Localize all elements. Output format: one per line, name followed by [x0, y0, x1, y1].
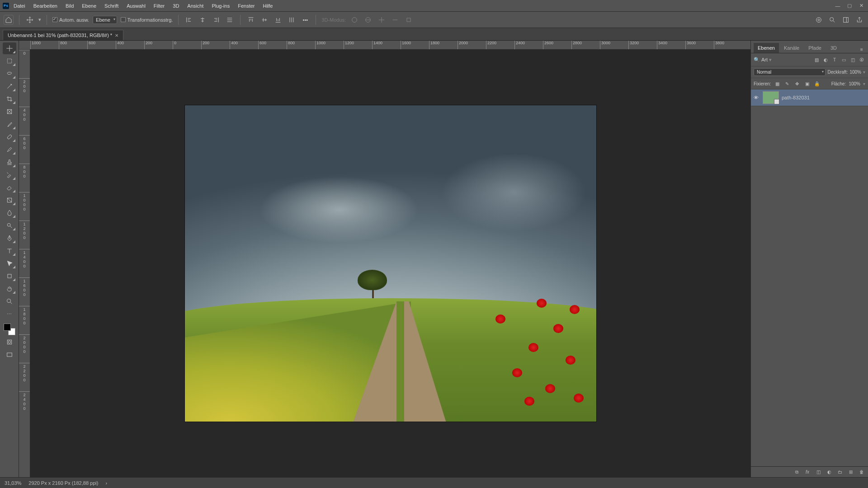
stamp-tool[interactable] [3, 156, 16, 168]
menu-schrift[interactable]: Schrift [101, 1, 122, 10]
fill-value[interactable]: 100% [849, 81, 860, 86]
blend-mode-dropdown[interactable]: Normal [754, 68, 826, 76]
distribute-h-icon[interactable] [225, 15, 235, 25]
filter-adjust-icon[interactable]: ◐ [822, 56, 829, 63]
tab-ebenen[interactable]: Ebenen [754, 43, 779, 53]
document-tab-close-icon[interactable]: ✕ [115, 33, 118, 38]
gradient-tool[interactable] [3, 194, 16, 206]
magic-wand-tool[interactable] [3, 80, 16, 92]
crop-tool[interactable] [3, 93, 16, 105]
menu-bild[interactable]: Bild [62, 1, 77, 10]
more-align-icon[interactable]: ••• [300, 15, 310, 25]
edit-toolbar-icon[interactable]: ⋯ [3, 308, 16, 320]
eraser-tool[interactable] [3, 182, 16, 193]
align-bottom-icon[interactable] [273, 15, 283, 25]
tab-pfade[interactable]: Pfade [804, 43, 826, 53]
svg-rect-6 [844, 17, 849, 22]
zoom-tool[interactable] [3, 296, 16, 307]
menu-3d[interactable]: 3D [169, 1, 183, 10]
quick-mask-icon[interactable] [3, 336, 16, 348]
marquee-tool[interactable] [3, 55, 16, 67]
menu-fenster[interactable]: Fenster [234, 1, 258, 10]
zoom-level[interactable]: 31,03% [5, 480, 21, 486]
color-swatches[interactable] [4, 324, 15, 335]
minimize-icon[interactable]: — [834, 2, 842, 10]
auto-select-target-dropdown[interactable]: Ebene [93, 16, 117, 24]
move-tool-icon[interactable] [25, 15, 35, 25]
lock-artboard-icon[interactable]: ▣ [803, 80, 811, 87]
align-top-icon[interactable] [246, 15, 256, 25]
document-dimensions[interactable]: 2920 Px x 2160 Px (182,88 ppi) [28, 480, 98, 486]
frame-tool[interactable] [3, 106, 16, 117]
align-left-icon[interactable] [184, 15, 194, 25]
align-right-icon[interactable] [211, 15, 221, 25]
auto-select-checkbox[interactable]: Autom. ausw. [52, 17, 89, 23]
layer-fx-icon[interactable]: fx [804, 469, 811, 476]
status-more-icon[interactable]: › [105, 480, 107, 486]
move-tool[interactable] [3, 42, 16, 54]
history-brush-tool[interactable] [3, 169, 16, 181]
search-icon[interactable] [827, 15, 837, 25]
lock-position-icon[interactable]: ✥ [793, 80, 801, 87]
pen-tool[interactable] [3, 232, 16, 244]
new-layer-icon[interactable]: ⊞ [847, 469, 854, 476]
type-tool[interactable] [3, 245, 16, 257]
layer-row[interactable]: 👁 path-832031 [751, 89, 868, 106]
share-icon[interactable] [854, 15, 864, 25]
group-layers-icon[interactable]: 🗀 [836, 469, 844, 476]
menu-auswahl[interactable]: Auswahl [123, 1, 149, 10]
menu-datei[interactable]: Datei [10, 1, 29, 10]
filter-shape-icon[interactable]: ▭ [840, 56, 847, 63]
home-icon[interactable] [4, 15, 14, 25]
layer-thumbnail[interactable] [763, 91, 779, 104]
tab-3d[interactable]: 3D [826, 43, 841, 53]
close-icon[interactable]: ✕ [857, 2, 865, 10]
opacity-value[interactable]: 100% [849, 70, 861, 75]
brush-tool[interactable] [3, 144, 16, 155]
filter-smart-icon[interactable]: ◫ [849, 56, 856, 63]
canvas[interactable] [185, 105, 596, 422]
lock-pixels-icon[interactable]: ✎ [783, 80, 791, 87]
menu-filter[interactable]: Filter [150, 1, 168, 10]
hand-tool[interactable] [3, 283, 16, 295]
layer-filter-dropdown[interactable]: 🔍 Art ▾ [754, 57, 811, 63]
dodge-tool[interactable] [3, 220, 16, 231]
delete-layer-icon[interactable]: 🗑 [858, 469, 865, 476]
adjustment-layer-icon[interactable]: ◐ [826, 469, 833, 476]
filter-type-icon[interactable]: T [831, 56, 838, 63]
workspace-icon[interactable] [841, 15, 851, 25]
lasso-tool[interactable] [3, 68, 16, 80]
filter-pixel-icon[interactable]: ▧ [813, 56, 820, 63]
eyedropper-tool[interactable] [3, 118, 16, 130]
screen-mode-icon[interactable] [3, 349, 16, 361]
menu-ansicht[interactable]: Ansicht [184, 1, 207, 10]
menu-ebene[interactable]: Ebene [78, 1, 100, 10]
ruler-vertical: 0200400600800100012001400160018002000220… [19, 50, 30, 477]
menu-bearbeiten[interactable]: Bearbeiten [30, 1, 61, 10]
healing-tool[interactable] [3, 131, 16, 143]
shape-tool[interactable] [3, 270, 16, 282]
path-select-tool[interactable] [3, 258, 16, 269]
canvas-viewport[interactable] [30, 50, 750, 477]
distribute-v-icon[interactable] [287, 15, 297, 25]
add-mask-icon[interactable]: ◫ [815, 469, 822, 476]
layer-name[interactable]: path-832031 [782, 95, 810, 100]
menu-hilfe[interactable]: Hilfe [259, 1, 276, 10]
svg-rect-12 [8, 274, 11, 278]
document-tab[interactable]: Unbenannt-1 bei 31% (path-832031, RGB/8#… [3, 30, 123, 40]
svg-point-3 [816, 17, 821, 22]
align-hcenter-icon[interactable] [198, 15, 208, 25]
maximize-icon[interactable]: ▢ [845, 2, 854, 10]
link-layers-icon[interactable]: ⧉ [793, 469, 800, 476]
visibility-icon[interactable]: 👁 [754, 95, 760, 100]
tab-kanaele[interactable]: Kanäle [780, 43, 803, 53]
menu-plugins[interactable]: Plug-ins [208, 1, 233, 10]
lock-all-icon[interactable]: 🔒 [813, 80, 821, 87]
lock-transparent-icon[interactable]: ▦ [774, 80, 781, 87]
panel-menu-icon[interactable]: ≡ [858, 46, 865, 53]
blur-tool[interactable] [3, 207, 16, 219]
cloud-docs-icon[interactable] [814, 15, 824, 25]
align-vcenter-icon[interactable] [259, 15, 269, 25]
transform-controls-checkbox[interactable]: Transformationsstrg. [121, 17, 173, 23]
filter-toggle-icon[interactable]: ⦿ [858, 56, 865, 63]
